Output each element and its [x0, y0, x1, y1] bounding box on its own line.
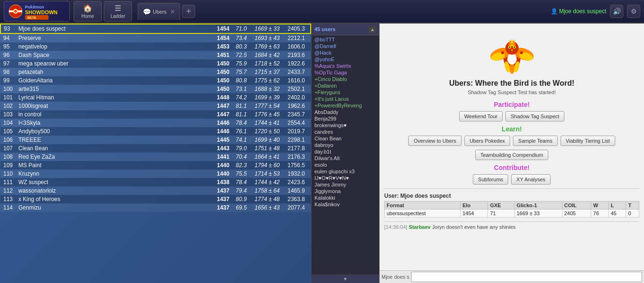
chat-user[interactable]: %OpTic Gaga — [312, 69, 379, 76]
table-row[interactable]: 93 Mjoe does suspect 1454 71.0 1669 ± 33… — [0, 24, 311, 33]
table-row[interactable]: 94 Preserve 1454 73.4 1693 ± 43 2212.1 — [0, 33, 311, 42]
shadow-tag-suspect-button[interactable]: Shadow Tag Suspect — [505, 111, 564, 121]
chat-user[interactable]: +Dallaren — [312, 82, 379, 89]
chat-input[interactable] — [411, 272, 642, 282]
chat-scroll-up-button[interactable]: ▲ — [369, 25, 376, 33]
chat-user[interactable]: Kalalokki — [312, 194, 379, 201]
player-name-cell[interactable]: mega spearow uber — [16, 59, 214, 68]
table-row[interactable]: 100 artie315 1450 73.1 1688 ± 32 2502.1 — [0, 85, 311, 93]
chat-user[interactable]: Dilwar's Alt — [312, 155, 379, 162]
player-name-cell[interactable]: I<3Skyla — [16, 119, 214, 127]
player-name-cell[interactable]: WZ suspect — [16, 178, 214, 186]
table-row[interactable]: 102 1000isgreat 1447 81.1 1777 ± 54 1962… — [0, 102, 311, 110]
chat-users-list[interactable]: @boTTT@Darnell@Hack@yohoE%Aqua's Swirlix… — [312, 35, 379, 275]
chat-user[interactable]: AbsDaddy — [312, 109, 379, 115]
chat-scroll-down-button[interactable]: ▼ — [312, 275, 379, 283]
table-row[interactable]: 97 mega spearow uber 1450 75.9 1718 ± 52… — [0, 59, 311, 68]
ladder-button[interactable]: ☰ Ladder — [104, 1, 132, 22]
table-row[interactable]: 98 petazetah 1450 75.7 1715 ± 37 2433.7 — [0, 68, 311, 76]
table-row[interactable]: 105 Andyboy500 1446 76.1 1720 ± 50 2019.… — [0, 127, 311, 136]
player-name-cell[interactable]: Genmizu — [16, 203, 214, 212]
rank-cell: 112 — [0, 186, 16, 195]
player-name-cell[interactable]: Dash Space — [16, 51, 214, 59]
chat-user[interactable]: James Jimmy — [312, 181, 379, 188]
chat-user[interactable]: Kala$nikov — [312, 201, 379, 208]
player-name-cell[interactable]: x King of Heroes — [16, 195, 214, 203]
player-name-cell[interactable]: in control — [16, 110, 214, 119]
player-name-cell[interactable]: Red Eye ZaZa — [16, 153, 214, 161]
chat-user[interactable]: brokenwings♥ — [312, 122, 379, 129]
player-name-cell[interactable]: wassonatorlolz — [16, 186, 214, 195]
table-row[interactable]: 108 Red Eye ZaZa 1441 70.4 1664 ± 41 217… — [0, 153, 311, 161]
pokedex-button[interactable]: Ubers Pokedex — [464, 136, 510, 146]
table-row[interactable]: 110 Kruzynn 1440 75.5 1714 ± 53 1932.0 — [0, 170, 311, 178]
stats-cell: 1669 ± 33 — [514, 210, 562, 218]
xy-analyses-button[interactable]: XY Analyses — [511, 174, 551, 185]
table-row[interactable]: 103 in control 1447 81.1 1776 ± 45 2345.… — [0, 110, 311, 119]
sound-button[interactable]: 🔊 — [610, 5, 623, 18]
chat-user[interactable]: esolo — [312, 162, 379, 168]
home-button[interactable]: 🏠 Home — [74, 1, 102, 22]
chat-user[interactable]: dabroyo — [312, 142, 379, 148]
table-row[interactable]: 95 negativelop 1453 80.3 1769 ± 63 1606.… — [0, 42, 311, 51]
player-name-cell[interactable]: Kruzynn — [16, 170, 214, 178]
player-name-cell[interactable]: Lyrical Hitman — [16, 93, 214, 102]
ladder-table-container[interactable]: 93 Mjoe does suspect 1454 71.0 1669 ± 33… — [0, 24, 311, 283]
weekend-tour-button[interactable]: Weekend Tour — [459, 111, 503, 121]
overview-button[interactable]: Overview to Ubers — [408, 136, 461, 146]
chat-user[interactable]: @boTTT — [312, 36, 379, 43]
sample-teams-button[interactable]: Sample Teams — [513, 136, 558, 146]
coil-cell: 2502.1 — [285, 85, 311, 93]
table-row[interactable]: 99 GoldenAltaria 1450 80.8 1775 ± 62 161… — [0, 76, 311, 85]
chat-user[interactable]: @yohoE — [312, 56, 379, 63]
chat-log-username[interactable]: Starbaev — [409, 224, 430, 230]
user-display[interactable]: Mjoe does suspect — [551, 8, 606, 15]
viability-button[interactable]: Viability Tiering List — [561, 136, 615, 146]
chat-user[interactable]: +PoweredByReveng — [312, 102, 379, 109]
table-row[interactable]: 111 WZ suspect 1438 78.4 1744 ± 42 2423.… — [0, 178, 311, 186]
player-name-cell[interactable]: MS Paint — [16, 161, 214, 170]
player-name-cell[interactable]: Andyboy500 — [16, 127, 214, 136]
player-name-cell[interactable]: TREEEE — [16, 136, 214, 144]
chat-user[interactable]: Jigglymona — [312, 188, 379, 194]
table-row[interactable]: 106 TREEEE 1445 74.1 1699 ± 40 2298.1 — [0, 136, 311, 144]
chat-user[interactable]: +Cinco Diablo — [312, 76, 379, 82]
table-row[interactable]: 112 wassonatorlolz 1437 79.4 1758 ± 64 1… — [0, 186, 311, 195]
chat-user[interactable]: @Darnell — [312, 43, 379, 49]
logo[interactable]: Pokémon SHOWDOWN BETA — [4, 1, 70, 22]
player-name-cell[interactable]: Clean Bean — [16, 144, 214, 153]
main-area: 93 Mjoe does suspect 1454 71.0 1669 ± 33… — [0, 24, 644, 283]
player-name-cell[interactable]: negativelop — [16, 42, 214, 51]
chat-user[interactable]: @Hack — [312, 49, 379, 56]
tab-ubers[interactable]: 💬 Ubers ✕ — [138, 3, 180, 20]
teambuilding-button[interactable]: Teambuilding Compendium — [475, 150, 548, 160]
chat-user[interactable]: IJ♥O♥R♥V♥N♥ — [312, 175, 379, 181]
settings-button[interactable]: ⚙ — [627, 5, 640, 18]
player-name-cell[interactable]: 1000isgreat — [16, 102, 214, 110]
chat-user[interactable]: +It's just Lacus — [312, 96, 379, 102]
chat-user[interactable]: eulen glupschi x3 — [312, 168, 379, 175]
chat-user[interactable]: day.b1t — [312, 148, 379, 155]
chat-user[interactable]: candres — [312, 129, 379, 135]
player-name-cell[interactable]: GoldenAltaria — [16, 76, 214, 85]
logo-image[interactable]: Pokémon SHOWDOWN BETA — [4, 1, 70, 22]
table-row[interactable]: 96 Dash Space 1451 72.5 1684 ± 42 2193.6 — [0, 51, 311, 59]
chat-user[interactable]: Benja299 — [312, 115, 379, 122]
table-row[interactable]: 107 Clean Bean 1443 79.0 1751 ± 48 2177.… — [0, 144, 311, 153]
player-name-cell[interactable]: Mjoe does suspect — [16, 24, 214, 33]
tab-close-icon[interactable]: ✕ — [170, 8, 175, 15]
glicko-cell: 1656 ± 43 — [252, 203, 285, 212]
table-row[interactable]: 113 x King of Heroes 1437 80.9 1774 ± 48… — [0, 195, 311, 203]
table-row[interactable]: 101 Lyrical Hitman 1448 74.2 1699 ± 39 2… — [0, 93, 311, 102]
table-row[interactable]: 114 Genmizu 1437 69.5 1656 ± 43 2077.4 — [0, 203, 311, 212]
add-tab-button[interactable]: + — [182, 5, 195, 18]
chat-user[interactable]: %Aqua's Swirlix — [312, 63, 379, 69]
table-row[interactable]: 104 I<3Skyla 1446 78.4 1744 ± 41 2554.4 — [0, 119, 311, 127]
player-name-cell[interactable]: Preserve — [16, 33, 214, 42]
player-name-cell[interactable]: petazetah — [16, 68, 214, 76]
table-row[interactable]: 109 MS Paint 1440 82.3 1794 ± 60 1756.5 — [0, 161, 311, 170]
player-name-cell[interactable]: artie315 — [16, 85, 214, 93]
subforums-button[interactable]: Subforums — [473, 174, 508, 185]
chat-user[interactable]: +Fieryguns — [312, 89, 379, 96]
chat-user[interactable]: Clean Bean — [312, 135, 379, 142]
